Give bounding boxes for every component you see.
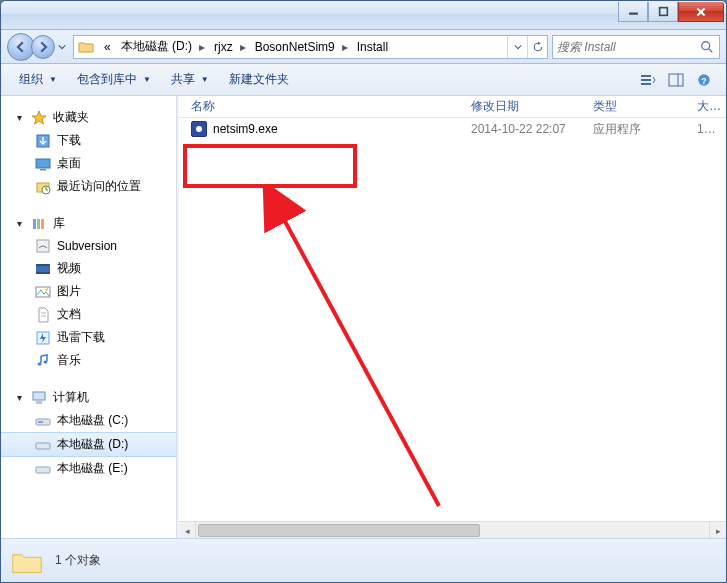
tree-item-downloads[interactable]: 下载 — [1, 129, 176, 152]
share-menu[interactable]: 共享 ▼ — [161, 67, 219, 92]
breadcrumb-overflow[interactable]: « — [98, 36, 115, 58]
tree-group-computer: ▾ 计算机 本地磁盘 (C:) 本地磁盘 (D:) — [1, 382, 176, 490]
toolbar-label: 包含到库中 — [77, 71, 137, 88]
subversion-icon — [35, 238, 51, 254]
svg-rect-35 — [38, 421, 43, 423]
column-headers: 名称 修改日期 类型 大小 — [179, 96, 726, 118]
breadcrumb-item[interactable]: rjxz — [208, 36, 237, 58]
tree-item-subversion[interactable]: Subversion — [1, 235, 176, 257]
svg-rect-1 — [659, 8, 667, 16]
tree-label: 下载 — [57, 132, 81, 149]
tree-label: 最近访问的位置 — [57, 178, 141, 195]
status-count: 1 个对象 — [55, 552, 101, 569]
scroll-left-button[interactable]: ◂ — [179, 522, 196, 538]
address-dropdown[interactable] — [507, 36, 527, 58]
tree-item-recent[interactable]: 最近访问的位置 — [1, 175, 176, 198]
chevron-down-icon: ▼ — [201, 75, 209, 84]
tree-item-videos[interactable]: 视频 — [1, 257, 176, 280]
searchbox[interactable] — [552, 35, 720, 59]
tree-item-drive-d[interactable]: 本地磁盘 (D:) — [1, 432, 176, 457]
annotation-arrow — [249, 186, 469, 516]
tree-label: Subversion — [57, 239, 117, 253]
svg-text:?: ? — [701, 75, 706, 85]
tree-label: 本地磁盘 (C:) — [57, 412, 128, 429]
tree-item-drive-c[interactable]: 本地磁盘 (C:) — [1, 409, 176, 432]
scroll-track[interactable] — [196, 522, 709, 538]
tree-group-libraries: ▾ 库 Subversion 视频 — [1, 208, 176, 382]
recent-icon — [35, 179, 51, 195]
column-header-modified[interactable]: 修改日期 — [463, 96, 585, 118]
column-header-type[interactable]: 类型 — [585, 96, 689, 118]
file-name: netsim9.exe — [213, 122, 278, 136]
star-icon — [31, 110, 47, 126]
column-header-name[interactable]: 名称 — [183, 96, 463, 118]
folder-icon — [74, 39, 98, 55]
new-folder-button[interactable]: 新建文件夹 — [219, 67, 299, 92]
video-icon — [35, 261, 51, 277]
tree-item-music[interactable]: 音乐 — [1, 349, 176, 372]
toolbar-label: 组织 — [19, 71, 43, 88]
tree-label: 迅雷下载 — [57, 329, 105, 346]
drive-icon — [35, 437, 51, 453]
svg-line-5 — [709, 48, 713, 52]
chevron-right-icon[interactable]: ▸ — [237, 40, 249, 54]
tree-computer[interactable]: ▾ 计算机 — [1, 386, 176, 409]
svg-point-4 — [702, 41, 710, 49]
tree-label: 桌面 — [57, 155, 81, 172]
chevron-right-icon[interactable]: ▸ — [339, 40, 351, 54]
svg-rect-15 — [40, 169, 46, 171]
close-button[interactable] — [678, 2, 724, 22]
expand-icon[interactable]: ▾ — [13, 112, 25, 124]
breadcrumb-item[interactable]: BosonNetSim9 — [249, 36, 339, 58]
view-options-button[interactable] — [634, 68, 662, 92]
file-list[interactable]: netsim9.exe 2014-10-22 22:07 应用程序 122, — [179, 118, 726, 521]
minimize-button[interactable] — [618, 2, 648, 22]
svg-rect-19 — [37, 219, 40, 229]
svg-rect-24 — [36, 272, 50, 274]
search-input[interactable] — [553, 40, 695, 54]
expand-icon[interactable]: ▾ — [13, 218, 25, 230]
refresh-button[interactable] — [527, 36, 547, 58]
tree-item-pictures[interactable]: 图片 — [1, 280, 176, 303]
addressbar[interactable]: « 本地磁盘 (D:) ▸ rjxz ▸ BosonNetSim9 ▸ Inst… — [73, 35, 548, 59]
tree-item-desktop[interactable]: 桌面 — [1, 152, 176, 175]
sidebar[interactable]: ▾ 收藏夹 下载 桌面 — [1, 96, 177, 538]
file-row[interactable]: netsim9.exe 2014-10-22 22:07 应用程序 122, — [179, 118, 726, 140]
tree-favorites[interactable]: ▾ 收藏夹 — [1, 106, 176, 129]
chevron-right-icon[interactable]: ▸ — [196, 40, 208, 54]
computer-icon — [31, 390, 47, 406]
nav-arrows — [7, 33, 69, 61]
nav-history-dropdown[interactable] — [55, 35, 69, 59]
svg-rect-9 — [669, 74, 683, 86]
downloads-icon — [35, 133, 51, 149]
svg-rect-14 — [36, 159, 50, 168]
tree-label: 文档 — [57, 306, 81, 323]
scroll-thumb[interactable] — [198, 524, 480, 537]
tree-item-drive-e[interactable]: 本地磁盘 (E:) — [1, 457, 176, 480]
content-pane: 名称 修改日期 类型 大小 netsim9.exe 2014-10-22 22:… — [179, 96, 726, 538]
column-header-size[interactable]: 大小 — [689, 96, 726, 118]
expand-icon[interactable]: ▾ — [13, 392, 25, 404]
annotation-highlight — [183, 144, 357, 188]
tree-item-thunder[interactable]: 迅雷下载 — [1, 326, 176, 349]
toolbar: 组织 ▼ 包含到库中 ▼ 共享 ▼ 新建文件夹 ? — [1, 64, 726, 96]
svg-line-39 — [274, 201, 439, 506]
breadcrumb-item[interactable]: Install — [351, 36, 392, 58]
breadcrumb-item[interactable]: 本地磁盘 (D:) — [115, 36, 196, 58]
scroll-right-button[interactable]: ▸ — [709, 522, 726, 538]
toolbar-label: 新建文件夹 — [229, 71, 289, 88]
svg-rect-18 — [33, 219, 36, 229]
horizontal-scrollbar[interactable]: ◂ ▸ — [179, 521, 726, 538]
search-icon[interactable] — [695, 40, 719, 54]
include-in-library-menu[interactable]: 包含到库中 ▼ — [67, 67, 161, 92]
help-button[interactable]: ? — [690, 68, 718, 92]
forward-button[interactable] — [31, 35, 55, 59]
tree-item-documents[interactable]: 文档 — [1, 303, 176, 326]
organize-menu[interactable]: 组织 ▼ — [9, 67, 67, 92]
window-controls — [618, 2, 724, 22]
preview-pane-button[interactable] — [662, 68, 690, 92]
titlebar — [1, 1, 726, 30]
maximize-button[interactable] — [648, 2, 678, 22]
tree-libraries[interactable]: ▾ 库 — [1, 212, 176, 235]
music-icon — [35, 353, 51, 369]
